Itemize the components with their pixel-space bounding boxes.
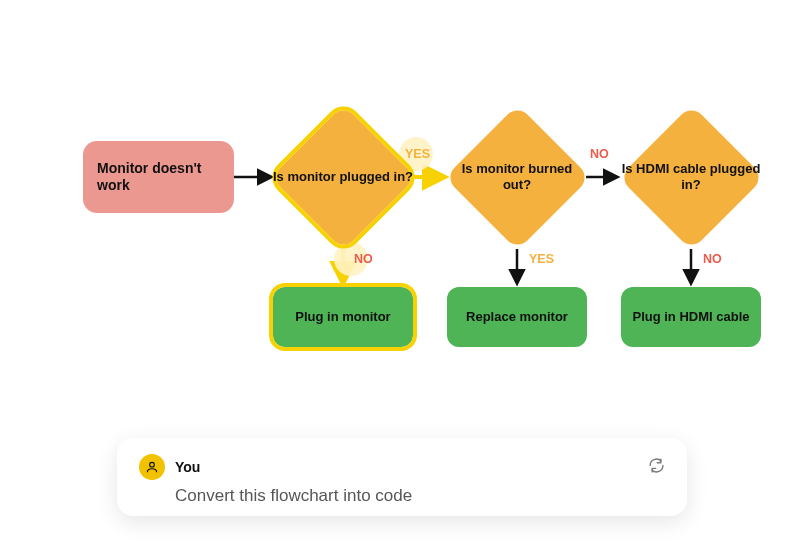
chat-card: You Convert this flowchart into code: [117, 438, 687, 516]
refresh-icon: [648, 457, 665, 474]
user-icon: [145, 460, 159, 474]
edge-d3-no: NO: [703, 252, 722, 266]
edge-d1-no: NO: [354, 252, 373, 266]
chat-username: You: [175, 459, 200, 475]
action-plug-hdmi-label: Plug in HDMI cable: [632, 309, 749, 325]
chat-prompt: Convert this flowchart into code: [175, 486, 665, 506]
action-plug-monitor-label: Plug in monitor: [295, 309, 390, 325]
edge-d2-yes: YES: [529, 252, 554, 266]
decision-hdmi-label: Is HDMI cable plugged in?: [620, 161, 762, 194]
start-node[interactable]: Monitor doesn't work: [83, 141, 234, 213]
decision-plugged-in-label: Is monitor plugged in?: [272, 169, 414, 185]
action-plug-hdmi[interactable]: Plug in HDMI cable: [621, 287, 761, 347]
action-replace-monitor[interactable]: Replace monitor: [447, 287, 587, 347]
decision-burned-out-label: Is monitor burned out?: [446, 161, 588, 194]
svg-point-6: [150, 462, 155, 467]
refresh-button[interactable]: [648, 457, 665, 478]
start-label: Monitor doesn't work: [97, 160, 220, 195]
user-avatar: [139, 454, 165, 480]
flowchart-stage: Monitor doesn't work Is monitor plugged …: [0, 0, 801, 551]
edge-d1-yes: YES: [405, 147, 430, 161]
action-plug-monitor[interactable]: Plug in monitor: [273, 287, 413, 347]
edge-d2-no: NO: [590, 147, 609, 161]
action-replace-monitor-label: Replace monitor: [466, 309, 568, 325]
